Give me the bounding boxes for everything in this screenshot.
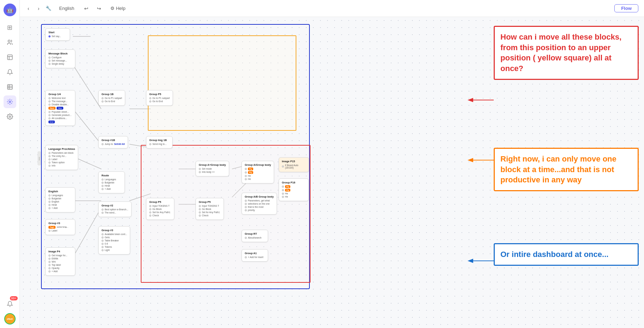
sidebar-item-users[interactable] xyxy=(4,36,16,49)
start-node[interactable]: Start Set say... xyxy=(45,28,70,41)
canvas-area[interactable]: Start Set say... Message Block Configure… xyxy=(20,17,644,328)
group-a-body[interactable]: Group A/Group body Pg Pg He He xyxy=(242,161,274,183)
ann2-arrow xyxy=(465,155,494,165)
route-node[interactable]: Route Languages Bulgarian Hindi + Add xyxy=(98,171,125,193)
ann2-text: Right now, i can only move one block at … xyxy=(500,154,616,184)
app-logo: 🤖 xyxy=(4,4,16,16)
english-node[interactable]: English Languages Bulgarian English Hind… xyxy=(45,187,75,212)
ann3-text: Or intire dashboard at once... xyxy=(500,250,609,259)
message-block[interactable]: Message Block Configure Set message... S… xyxy=(45,49,75,68)
main-content: ‹ › 🔧 English ↩ ↪ ⚙ Help Flow xyxy=(20,0,644,328)
collapse-handle[interactable]: | xyxy=(37,151,41,165)
flow-badge: Flow xyxy=(614,4,638,12)
notification-bell[interactable]: 99+ xyxy=(4,298,16,310)
gb1-title: Group 1/4 xyxy=(48,93,72,96)
g3-title: Group #3 xyxy=(48,222,72,225)
sidebar-item-analytics[interactable] xyxy=(4,51,16,64)
language-label: English xyxy=(59,6,74,11)
sidebar-item-dashboard[interactable]: ⊞ xyxy=(4,21,16,34)
tag-next: Next xyxy=(48,107,56,110)
back-button[interactable]: ‹ xyxy=(25,4,31,13)
ann3-arrow xyxy=(465,256,494,266)
gp5l-title: Group P5 xyxy=(149,200,171,204)
undo-button[interactable]: ↩ xyxy=(82,4,91,13)
grt-title: Group RT xyxy=(245,232,265,235)
image-p15[interactable]: Image P15 If Brand Auto (20/100) xyxy=(279,157,309,172)
svg-point-0 xyxy=(8,40,10,42)
help-icon: ⚙ xyxy=(110,6,115,11)
img-1b-node[interactable]: Group Img 1B Send img to... xyxy=(146,136,173,148)
g2-title: Group #2 xyxy=(101,204,128,207)
redo-button[interactable]: ↪ xyxy=(95,4,103,13)
group-p16[interactable]: Group P16 Pg Pg He He xyxy=(279,178,309,201)
group-a-node[interactable]: Group A+Group body Set mode Into body >> xyxy=(196,161,229,176)
flow-canvas: Start Set say... Message Block Configure… xyxy=(41,24,310,289)
start-row1: Set say... xyxy=(48,35,67,37)
notification-count: 99+ xyxy=(10,296,17,300)
svg-rect-2 xyxy=(7,84,12,89)
svg-rect-1 xyxy=(7,55,12,60)
group-p5[interactable]: Group P5 Go to P1 subpart Go to End xyxy=(146,90,173,106)
ann1-text: How can i move all these blocks, from th… xyxy=(500,33,621,73)
annotation-1: How can i move all these blocks, from th… xyxy=(494,26,639,80)
gab-title: Group A/Group body xyxy=(245,163,271,166)
sidebar-item-settings[interactable] xyxy=(4,110,16,123)
logo-icon: 🤖 xyxy=(6,7,13,13)
ga-title: Group A+Group body xyxy=(199,163,226,166)
language-block[interactable]: Language Proc/Ideas Parameters are block… xyxy=(45,145,78,170)
group-rt[interactable]: Group RT About/search xyxy=(242,230,268,242)
svg-point-4 xyxy=(9,116,11,118)
sidebar-item-docs[interactable] xyxy=(4,81,16,93)
group-1b-right[interactable]: Group #1B Jump to: Set/All All xyxy=(98,136,128,148)
sidebar-bottom: 99+ efbet xyxy=(4,298,16,324)
user-avatar[interactable]: efbet xyxy=(4,313,16,324)
tag-skip: Skip xyxy=(57,107,63,110)
forward-button[interactable]: › xyxy=(36,4,42,13)
group-p5-mid[interactable]: Group P5 Input TOKENS T Go Block Set for… xyxy=(196,198,224,220)
g3-tag1: Tag1 xyxy=(48,226,56,229)
collapse-icon: | xyxy=(39,157,40,160)
gp5m-title: Group P5 xyxy=(199,200,221,204)
ga1-title: Group A1 xyxy=(245,252,265,255)
group-1b[interactable]: Group 1B Go to P1 subpart Go to End xyxy=(98,90,125,106)
avatar-text: efbet xyxy=(7,318,13,320)
help-label: Help xyxy=(116,6,126,11)
gp5-title: Group P5 xyxy=(149,93,170,96)
g1b-title: Group 1B xyxy=(101,93,122,96)
mb-row2: Set message... xyxy=(48,59,72,62)
img1b-title: Group Img 1B xyxy=(149,139,169,142)
help-button[interactable]: ⚙ Help xyxy=(108,4,128,12)
sidebar-item-ai[interactable] xyxy=(4,95,16,108)
group2-node[interactable]: Group #2 Best option w Branch... The wor… xyxy=(98,201,132,217)
mb-row3: Single delay xyxy=(48,63,72,65)
gp16-title: Group P16 xyxy=(282,181,306,184)
topbar: ‹ › 🔧 English ↩ ↪ ⚙ Help Flow xyxy=(20,0,644,17)
annotation-2: Right now, i can only move one block at … xyxy=(494,148,639,191)
route-title: Route xyxy=(101,174,122,177)
english-title: English xyxy=(48,190,72,193)
g1b-r-title: Group #1B xyxy=(101,139,125,142)
sidebar: 🤖 ⊞ 99+ efbet xyxy=(0,0,20,328)
group3-node[interactable]: Group #3 Tag1some long... Label xyxy=(45,219,75,235)
annotation-3: Or intire dashboard at once... xyxy=(494,243,639,266)
svg-point-3 xyxy=(9,101,11,103)
g3r-title: Group #3 xyxy=(101,229,127,232)
group3-right[interactable]: Group #3 Available token cont... Gets: T… xyxy=(98,226,130,254)
language-selector[interactable]: English xyxy=(56,4,78,12)
ann1-arrow xyxy=(465,95,494,105)
mb-row1: Configure xyxy=(48,56,72,59)
group-a1[interactable]: Group A1 + Add for insert xyxy=(242,249,268,262)
ip4-title: Image P4 xyxy=(48,250,72,253)
topbar-title: 🔧 xyxy=(46,6,51,11)
yellow-target-zone xyxy=(148,35,296,131)
sidebar-item-notifications[interactable] xyxy=(4,66,16,78)
group-block1[interactable]: Group 1/4 Welcome text The message... Di… xyxy=(45,90,75,126)
start-node-title: Start xyxy=(48,31,67,34)
group-p5-lower[interactable]: Group P5 Input TOKENS T Go Block Set for… xyxy=(146,198,174,220)
ip15-title: Image P15 xyxy=(282,160,306,163)
lang-block-title: Language Proc/Ideas xyxy=(48,147,75,151)
group-ab-body[interactable]: Group A/B Group body Parameters, get wha… xyxy=(242,193,277,215)
image-p4-node[interactable]: Image P4 Get image for... EWitik Whi Top… xyxy=(45,247,75,276)
gabb-title: Group A/B Group body xyxy=(245,195,274,198)
message-block-title: Message Block xyxy=(48,52,72,55)
